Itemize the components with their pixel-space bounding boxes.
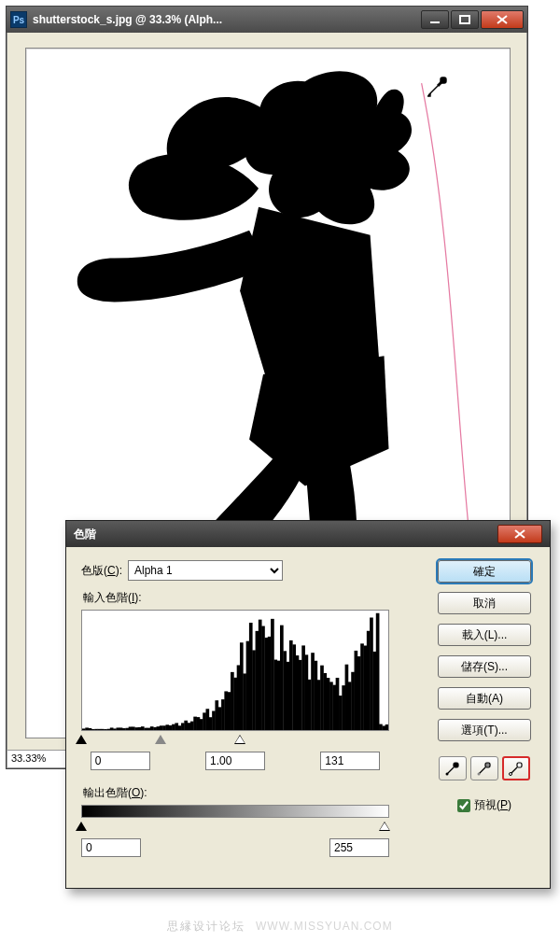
input-midtone-field[interactable] bbox=[205, 752, 265, 770]
svg-rect-86 bbox=[327, 678, 330, 730]
white-eyedropper-button[interactable] bbox=[502, 756, 530, 780]
svg-rect-99 bbox=[367, 631, 371, 730]
svg-rect-17 bbox=[113, 728, 117, 730]
channel-select[interactable]: Alpha 1 bbox=[128, 560, 283, 581]
svg-rect-72 bbox=[283, 651, 287, 730]
output-highlight-slider-icon[interactable] bbox=[379, 822, 390, 831]
svg-rect-106 bbox=[454, 763, 458, 767]
svg-rect-43 bbox=[193, 717, 197, 730]
auto-button[interactable]: 自動(A) bbox=[438, 687, 531, 710]
svg-rect-49 bbox=[212, 711, 216, 730]
svg-rect-4 bbox=[441, 77, 446, 83]
svg-rect-60 bbox=[246, 641, 250, 730]
svg-rect-41 bbox=[188, 723, 191, 730]
preview-label: 預視(P) bbox=[474, 797, 511, 813]
black-eyedropper-button[interactable] bbox=[439, 756, 467, 780]
svg-rect-47 bbox=[205, 709, 209, 730]
svg-rect-25 bbox=[138, 727, 142, 730]
svg-rect-59 bbox=[243, 673, 246, 730]
input-slider-track[interactable] bbox=[81, 735, 389, 748]
svg-rect-105 bbox=[385, 724, 388, 730]
svg-rect-80 bbox=[308, 680, 312, 730]
svg-rect-21 bbox=[125, 728, 129, 730]
svg-rect-16 bbox=[110, 727, 114, 730]
eyedropper-cursor-icon bbox=[425, 75, 449, 99]
svg-rect-75 bbox=[292, 644, 296, 730]
svg-rect-58 bbox=[240, 642, 244, 730]
svg-rect-28 bbox=[147, 728, 151, 730]
svg-rect-45 bbox=[200, 719, 203, 730]
svg-rect-90 bbox=[339, 696, 343, 730]
svg-rect-22 bbox=[129, 726, 133, 730]
highlight-slider-icon[interactable] bbox=[234, 735, 245, 744]
svg-rect-73 bbox=[287, 662, 290, 730]
svg-rect-77 bbox=[299, 660, 302, 730]
svg-rect-82 bbox=[314, 661, 317, 730]
svg-rect-51 bbox=[218, 707, 222, 730]
output-slider-track[interactable] bbox=[81, 822, 389, 835]
svg-rect-95 bbox=[355, 651, 358, 730]
svg-rect-57 bbox=[237, 665, 241, 730]
svg-rect-78 bbox=[301, 645, 305, 730]
svg-rect-40 bbox=[184, 721, 188, 730]
cancel-button[interactable]: 取消 bbox=[438, 592, 531, 614]
photoshop-app-icon: Ps bbox=[10, 11, 27, 28]
output-shadow-field[interactable] bbox=[81, 838, 141, 857]
svg-rect-27 bbox=[144, 728, 147, 730]
svg-rect-33 bbox=[162, 725, 166, 730]
levels-titlebar[interactable]: 色階 bbox=[66, 521, 550, 547]
svg-rect-24 bbox=[134, 727, 138, 730]
svg-rect-18 bbox=[116, 727, 119, 730]
ps-titlebar[interactable]: Ps shutterstock_s.jpg @ 33.3% (Alph... bbox=[7, 7, 527, 33]
gray-eyedropper-button[interactable] bbox=[470, 756, 498, 780]
svg-rect-91 bbox=[342, 685, 345, 730]
svg-rect-62 bbox=[252, 650, 256, 730]
svg-rect-10 bbox=[91, 729, 95, 730]
close-button[interactable] bbox=[481, 10, 524, 29]
svg-rect-20 bbox=[122, 728, 126, 730]
svg-rect-34 bbox=[165, 724, 169, 730]
svg-rect-85 bbox=[323, 673, 327, 730]
svg-rect-110 bbox=[517, 763, 522, 767]
svg-rect-39 bbox=[181, 723, 185, 730]
histogram bbox=[81, 610, 389, 731]
svg-rect-96 bbox=[357, 656, 361, 730]
input-highlight-field[interactable] bbox=[320, 752, 380, 770]
svg-rect-92 bbox=[345, 665, 349, 730]
midtone-slider-icon[interactable] bbox=[155, 735, 166, 744]
svg-rect-31 bbox=[157, 726, 161, 730]
ok-button[interactable]: 確定 bbox=[438, 560, 531, 583]
levels-close-button[interactable] bbox=[497, 525, 542, 543]
preview-checkbox-row[interactable]: 預視(P) bbox=[457, 797, 511, 813]
svg-rect-67 bbox=[268, 637, 272, 730]
output-levels-label: 輸出色階(O): bbox=[83, 785, 423, 801]
svg-rect-94 bbox=[351, 672, 355, 730]
watermark: 思縁设计论坛 WWW.MISSYUAN.COM bbox=[0, 919, 560, 935]
input-shadow-field[interactable] bbox=[91, 752, 150, 770]
svg-rect-35 bbox=[169, 725, 173, 730]
load-button[interactable]: 載入(L)... bbox=[438, 624, 531, 646]
svg-rect-74 bbox=[289, 640, 293, 730]
output-highlight-field[interactable] bbox=[329, 838, 389, 857]
save-button[interactable]: 儲存(S)... bbox=[438, 655, 531, 678]
svg-rect-32 bbox=[160, 725, 163, 730]
svg-rect-70 bbox=[277, 661, 281, 730]
preview-checkbox[interactable] bbox=[457, 799, 470, 812]
svg-rect-26 bbox=[141, 726, 145, 730]
svg-rect-84 bbox=[320, 666, 324, 730]
svg-rect-71 bbox=[280, 626, 284, 730]
zoom-status[interactable]: 33.33% bbox=[7, 750, 66, 768]
svg-rect-103 bbox=[379, 724, 383, 730]
options-button[interactable]: 選項(T)... bbox=[438, 719, 531, 741]
svg-rect-65 bbox=[261, 626, 265, 730]
svg-rect-30 bbox=[153, 727, 157, 730]
output-shadow-slider-icon[interactable] bbox=[76, 822, 87, 831]
svg-rect-50 bbox=[215, 700, 218, 730]
svg-rect-52 bbox=[221, 699, 225, 730]
shadow-slider-icon[interactable] bbox=[76, 735, 87, 744]
minimize-button[interactable] bbox=[421, 10, 449, 29]
svg-point-107 bbox=[446, 773, 449, 776]
svg-rect-13 bbox=[101, 729, 105, 730]
eyedropper-group bbox=[439, 756, 530, 780]
maximize-button[interactable] bbox=[451, 10, 479, 29]
